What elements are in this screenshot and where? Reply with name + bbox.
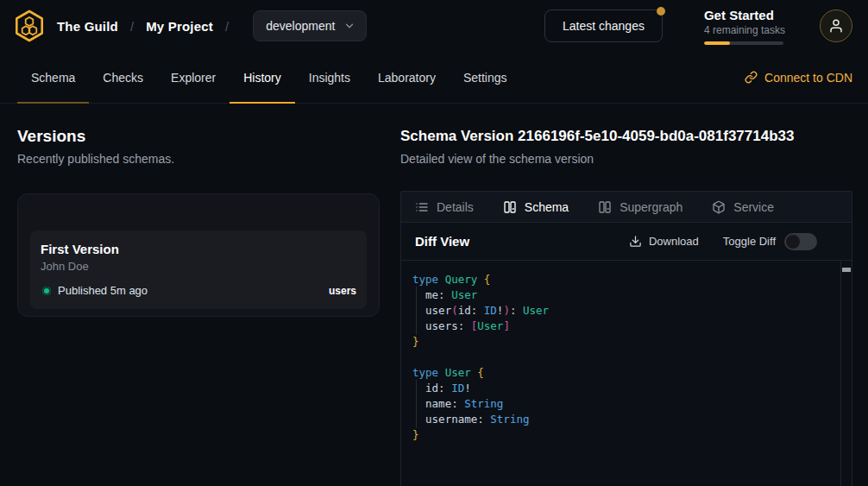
nav-tab-laboratory[interactable]: Laboratory — [364, 52, 450, 103]
tab-details[interactable]: Details — [415, 200, 474, 214]
nav-tab-checks[interactable]: Checks — [89, 52, 157, 103]
code-line — [412, 350, 834, 365]
diff-view-title: Diff View — [415, 234, 469, 249]
latest-changes-button[interactable]: Latest changes — [544, 9, 663, 42]
get-started-widget[interactable]: Get Started 4 remaining tasks — [704, 8, 785, 45]
version-name: First Version — [41, 241, 356, 257]
nav-tab-schema[interactable]: Schema — [17, 52, 89, 103]
nav-tab-history[interactable]: History — [230, 52, 295, 103]
breadcrumb-separator: / — [130, 19, 134, 34]
tab-schema[interactable]: Schema — [503, 200, 569, 214]
nav-tab-explorer[interactable]: Explorer — [157, 52, 230, 103]
connect-to-cdn-link[interactable]: Connect to CDN — [745, 52, 852, 103]
sdl-code-area: type Query { me: User user(id: ID!): Use… — [401, 261, 852, 486]
code-scrollbar[interactable] — [840, 261, 852, 486]
schema-version-subtitle: Detailed view of the schema version — [400, 152, 852, 166]
notification-dot — [657, 7, 665, 16]
target-nav: Schema Checks Explorer History Insights … — [0, 52, 868, 104]
versions-title: Versions — [17, 127, 380, 146]
get-started-progress-fill — [704, 41, 730, 45]
code-line: id: ID! — [412, 381, 834, 396]
box-icon — [712, 200, 726, 214]
tab-supergraph[interactable]: Supergraph — [598, 200, 682, 214]
code-line: type User { — [412, 365, 834, 381]
versions-subtitle: Recently published schemas. — [17, 152, 380, 166]
schema-version-title: Schema Version 2166196f-5e10-4059-bd0a-0… — [400, 127, 852, 146]
list-icon — [415, 200, 429, 214]
code-line: name: String — [412, 396, 834, 412]
tab-service[interactable]: Service — [712, 200, 774, 214]
app-header: The Guild / My Project / development Lat… — [0, 0, 868, 52]
breadcrumb-separator: / — [225, 19, 229, 34]
code-scrollbar-thumb[interactable] — [842, 268, 851, 272]
version-list-item[interactable]: First Version John Doe Published 5m ago … — [30, 230, 367, 309]
get-started-progress — [704, 41, 783, 45]
version-status: Published 5m ago — [58, 284, 148, 297]
columns-icon — [598, 200, 612, 214]
versions-list: First Version John Doe Published 5m ago … — [17, 193, 380, 317]
hive-logo-icon[interactable] — [12, 9, 47, 43]
versions-panel: Versions Recently published schemas. Fir… — [17, 127, 380, 486]
columns-icon — [503, 200, 517, 214]
published-status-dot — [42, 287, 51, 295]
main-content: Versions Recently published schemas. Fir… — [0, 104, 868, 486]
user-avatar[interactable] — [820, 9, 852, 42]
version-detail-panel: Schema Version 2166196f-5e10-4059-bd0a-0… — [400, 127, 852, 486]
project-name[interactable]: My Project — [146, 19, 213, 34]
org-name[interactable]: The Guild — [57, 19, 118, 34]
version-author: John Doe — [41, 260, 356, 273]
diff-toolbar: Diff View Download Toggle Diff — [401, 223, 852, 261]
code-line: user(id: ID!): User — [412, 303, 834, 319]
viewer-tabs: Details Schema Supergraph — [401, 192, 852, 223]
code-line: } — [412, 427, 834, 443]
nav-tab-settings[interactable]: Settings — [450, 52, 521, 103]
user-icon — [828, 18, 844, 34]
toggle-diff-label: Toggle Diff — [723, 235, 776, 248]
schema-viewer: Details Schema Supergraph — [400, 191, 852, 486]
version-service-badge: users — [329, 285, 356, 297]
code-line: } — [412, 334, 834, 350]
download-icon — [629, 235, 642, 248]
toggle-diff-switch[interactable] — [784, 233, 817, 250]
toggle-diff-knob — [786, 235, 800, 249]
code-line: me: User — [412, 287, 834, 303]
get-started-title: Get Started — [704, 8, 785, 23]
target-selector-value: development — [266, 19, 335, 33]
chevron-down-icon — [343, 20, 355, 32]
code-line: type Query { — [412, 272, 834, 287]
nav-tab-insights[interactable]: Insights — [295, 52, 364, 103]
target-selector[interactable]: development — [253, 10, 367, 41]
link-icon — [745, 71, 758, 84]
code-line: username: String — [412, 412, 834, 427]
code-block: type Query { me: User user(id: ID!): Use… — [412, 272, 834, 443]
code-line: users: [User] — [412, 319, 834, 334]
download-button[interactable]: Download — [629, 235, 699, 248]
get-started-subtitle: 4 remaining tasks — [704, 23, 785, 37]
